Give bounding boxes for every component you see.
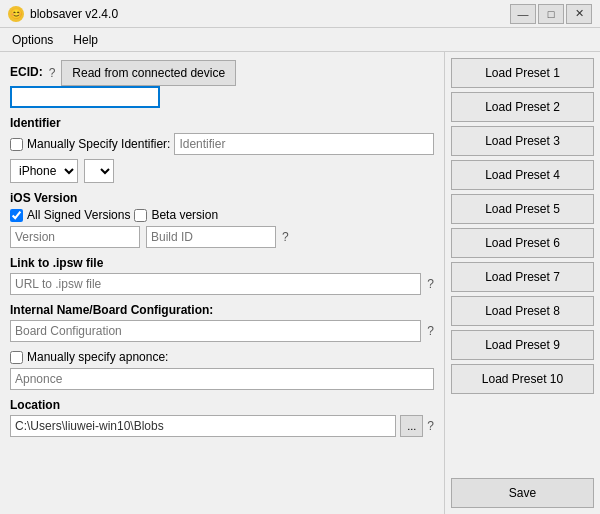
preset-button-8[interactable]: Load Preset 8	[451, 296, 594, 326]
ipsw-question[interactable]: ?	[427, 277, 434, 291]
manually-specify-checkbox[interactable]	[10, 138, 23, 151]
version-row: ?	[10, 226, 434, 248]
ecid-group: ECID: ? Read from connected device	[10, 60, 434, 108]
location-input[interactable]	[10, 415, 396, 437]
maximize-button[interactable]: □	[538, 4, 564, 24]
help-menu[interactable]: Help	[65, 31, 106, 49]
read-device-button[interactable]: Read from connected device	[61, 60, 236, 86]
apnonce-checkbox[interactable]	[10, 351, 23, 364]
ecid-label: ECID:	[10, 65, 43, 79]
device-dropdown[interactable]: iPhone	[10, 159, 78, 183]
ios-version-group: iOS Version All Signed Versions Beta ver…	[10, 191, 434, 248]
right-panel: Load Preset 1 Load Preset 2 Load Preset …	[445, 52, 600, 514]
title-bar-left: 😊 blobsaver v2.4.0	[8, 6, 118, 22]
all-signed-label[interactable]: All Signed Versions	[27, 208, 130, 222]
location-question[interactable]: ?	[427, 419, 434, 433]
ios-version-title: iOS Version	[10, 191, 434, 205]
preset-button-10[interactable]: Load Preset 10	[451, 364, 594, 394]
model-dropdown[interactable]	[84, 159, 114, 183]
left-panel: ECID: ? Read from connected device Ident…	[0, 52, 445, 514]
preset-button-6[interactable]: Load Preset 6	[451, 228, 594, 258]
main-content: ECID: ? Read from connected device Ident…	[0, 52, 600, 514]
menu-bar: Options Help	[0, 28, 600, 52]
buildid-input[interactable]	[146, 226, 276, 248]
ipsw-row: ?	[10, 273, 434, 295]
ipsw-group: Link to .ipsw file ?	[10, 256, 434, 295]
minimize-button[interactable]: —	[510, 4, 536, 24]
identifier-input[interactable]	[174, 133, 434, 155]
board-group: Internal Name/Board Configuration: ?	[10, 303, 434, 342]
identifier-title: Identifier	[10, 116, 434, 130]
apnonce-check-row: Manually specify apnonce:	[10, 350, 434, 364]
board-label: Internal Name/Board Configuration:	[10, 303, 434, 317]
apnonce-group: Manually specify apnonce:	[10, 350, 434, 390]
ecid-question[interactable]: ?	[49, 66, 56, 80]
apnonce-input[interactable]	[10, 368, 434, 390]
location-group: Location ... ?	[10, 398, 434, 437]
version-question[interactable]: ?	[282, 230, 289, 244]
all-signed-checkbox[interactable]	[10, 209, 23, 222]
preset-button-2[interactable]: Load Preset 2	[451, 92, 594, 122]
board-row: ?	[10, 320, 434, 342]
window-controls: — □ ✕	[510, 4, 592, 24]
browse-button[interactable]: ...	[400, 415, 423, 437]
preset-button-7[interactable]: Load Preset 7	[451, 262, 594, 292]
version-input[interactable]	[10, 226, 140, 248]
ecid-row: ECID: ? Read from connected device	[10, 60, 434, 86]
preset-button-1[interactable]: Load Preset 1	[451, 58, 594, 88]
save-button[interactable]: Save	[451, 478, 594, 508]
ipsw-input[interactable]	[10, 273, 421, 295]
app-title: blobsaver v2.4.0	[30, 7, 118, 21]
beta-label[interactable]: Beta version	[151, 208, 218, 222]
beta-checkbox[interactable]	[134, 209, 147, 222]
identifier-group: Identifier Manually Specify Identifier: …	[10, 116, 434, 183]
signed-versions-row: All Signed Versions Beta version	[10, 208, 434, 222]
location-label: Location	[10, 398, 434, 412]
preset-button-9[interactable]: Load Preset 9	[451, 330, 594, 360]
manually-specify-label[interactable]: Manually Specify Identifier:	[27, 137, 170, 151]
preset-button-5[interactable]: Load Preset 5	[451, 194, 594, 224]
device-model-row: iPhone	[10, 159, 434, 183]
apnonce-check-label[interactable]: Manually specify apnonce:	[27, 350, 168, 364]
ecid-input[interactable]	[10, 86, 160, 108]
preset-button-3[interactable]: Load Preset 3	[451, 126, 594, 156]
board-question[interactable]: ?	[427, 324, 434, 338]
close-button[interactable]: ✕	[566, 4, 592, 24]
ipsw-label: Link to .ipsw file	[10, 256, 434, 270]
board-input[interactable]	[10, 320, 421, 342]
options-menu[interactable]: Options	[4, 31, 61, 49]
title-bar: 😊 blobsaver v2.4.0 — □ ✕	[0, 0, 600, 28]
preset-button-4[interactable]: Load Preset 4	[451, 160, 594, 190]
manually-specify-row: Manually Specify Identifier:	[10, 133, 434, 155]
app-icon: 😊	[8, 6, 24, 22]
location-row: ... ?	[10, 415, 434, 437]
